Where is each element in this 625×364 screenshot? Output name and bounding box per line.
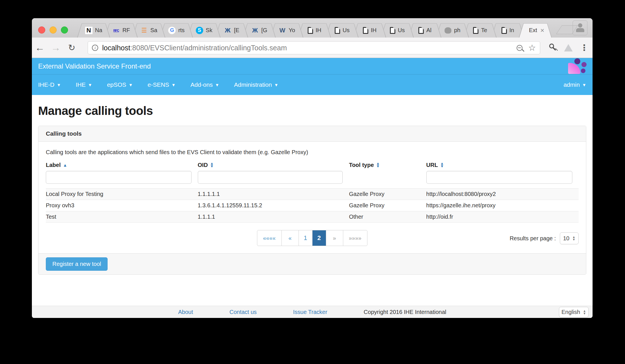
register-new-tool-button[interactable]: Register a new tool (46, 257, 108, 271)
postgresql-icon (445, 27, 451, 34)
nav-menu-item-e-sens[interactable]: e-SENS ▼ (147, 81, 176, 88)
zoom-out-icon[interactable] (517, 45, 523, 51)
tool-oid-link[interactable]: 1.3.6.1.4.1.12559.11.15.2 (198, 202, 262, 209)
tab-title: Al (426, 27, 431, 34)
tab-title: Sa (150, 27, 157, 34)
tool-oid-link[interactable]: 1.1.1.1 (198, 214, 215, 220)
page-info-icon[interactable]: i (92, 45, 98, 51)
table-row: Proxy ovh3 1.3.6.1.4.1.12559.11.15.2 Gaz… (46, 200, 579, 211)
nav-menu-item-ihe[interactable]: IHE ▼ (76, 81, 92, 88)
close-icon[interactable]: × (540, 26, 544, 34)
calling-tools-table: Label ▲ OID ▲▼ Tool type ▲▼ URL (46, 161, 579, 223)
panel-title: Calling tools (38, 126, 586, 142)
tab-title: ph (454, 27, 460, 34)
nav-menu-item-add-ons[interactable]: Add-ons ▼ (190, 81, 219, 88)
tool-label-link[interactable]: Test (46, 214, 56, 220)
browser-tab[interactable]: Ext × (519, 23, 552, 38)
table-row: Local Proxy for Testing 1.1.1.1.1 Gazell… (46, 188, 579, 200)
tab-title: IH (371, 27, 377, 34)
tool-label-link[interactable]: Local Proxy for Testing (46, 191, 103, 197)
document-icon (390, 27, 395, 34)
oid-filter-input[interactable] (198, 171, 343, 184)
document-icon (363, 27, 368, 34)
tab-title: Us (343, 27, 349, 34)
password-extension-icon[interactable] (546, 42, 558, 53)
address-bar[interactable]: i localhost:8080/EVSClient/administratio… (88, 41, 540, 54)
about-link[interactable]: About (178, 309, 193, 315)
document-icon (308, 27, 313, 34)
nav-menu-item-ihe-d[interactable]: IHE-D ▼ (38, 81, 61, 88)
chevron-down-icon: ▼ (274, 82, 278, 87)
profile-button[interactable] (573, 20, 587, 35)
column-header-oid[interactable]: OID ▲▼ (198, 162, 349, 168)
browser-menu-icon[interactable]: ⋮ (580, 44, 589, 52)
tool-url-link[interactable]: http://localhost:8080/proxy2 (426, 191, 496, 197)
panel-description: Calling tools are the applications which… (46, 149, 579, 156)
close-window-button[interactable] (38, 26, 45, 34)
tab-title: [G (261, 27, 267, 34)
zoom-window-button[interactable] (61, 26, 68, 34)
tool-type-value: Gazelle Proxy (349, 202, 426, 209)
tool-label-link[interactable]: Proxy ovh3 (46, 202, 74, 209)
url-filter-input[interactable] (426, 171, 572, 184)
tool-url-link[interactable]: https://gazelle.ihe.net/proxy (426, 202, 496, 209)
main-navbar: IHE-D ▼ IHE ▼ epSOS ▼ e-SENS ▼ Add-ons ▼… (32, 75, 593, 95)
last-page-button[interactable]: »»»» (343, 230, 367, 246)
issue-tracker-link[interactable]: Issue Tracker (293, 309, 327, 315)
browser-tab[interactable]: N Na (77, 23, 110, 38)
column-header-tool-type[interactable]: Tool type ▲▼ (349, 162, 426, 168)
document-icon (335, 27, 340, 34)
stackoverflow-icon: ☰ (140, 27, 148, 34)
tab-title: Te (481, 27, 487, 34)
results-per-page-select[interactable]: 10 ▲▼ (560, 232, 579, 244)
document-icon (418, 27, 424, 34)
first-page-button[interactable]: «««« (257, 230, 282, 246)
window-controls (38, 26, 68, 34)
w-icon: W (279, 27, 286, 34)
page-2-button[interactable]: 2 (312, 230, 326, 246)
language-select[interactable]: English ▲▼ (559, 307, 589, 317)
next-page-button[interactable]: » (326, 230, 343, 246)
user-menu[interactable]: admin ▼ (564, 81, 586, 88)
tool-type-value: Gazelle Proxy (349, 191, 426, 197)
chevron-down-icon: ▼ (171, 82, 176, 87)
tab-title: Ext (529, 27, 537, 34)
chevron-down-icon: ▼ (88, 82, 92, 87)
google-icon: G (168, 27, 176, 34)
previous-page-button[interactable]: « (282, 230, 299, 246)
chevron-down-icon: ▼ (129, 82, 133, 87)
page-1-button[interactable]: 1 (299, 230, 312, 246)
browser-toolbar: ← → ↻ i localhost:8080/EVSClient/adminis… (32, 38, 593, 58)
sort-icon: ▲▼ (210, 162, 214, 168)
drive-extension-icon[interactable] (564, 44, 573, 51)
reload-button[interactable]: ↻ (64, 43, 80, 53)
rfc-html-icon: RFC (112, 27, 120, 34)
tab-title: rts (178, 27, 184, 34)
results-per-page-label: Results per page : (510, 235, 556, 242)
tab-title: RF (122, 27, 130, 34)
nav-menu-item-epsos[interactable]: epSOS ▼ (107, 81, 133, 88)
tool-type-value: Other (349, 214, 426, 220)
table-row: Test 1.1.1.1 Other http://oid.fr (46, 211, 579, 222)
nav-menu-item-administration[interactable]: Administration ▼ (234, 81, 278, 88)
sort-icon: ▲▼ (376, 162, 380, 168)
jira-icon: Ж (251, 27, 259, 34)
netflix-icon: N (85, 27, 92, 34)
column-header-label[interactable]: Label ▲ (46, 162, 198, 168)
tool-oid-link[interactable]: 1.1.1.1.1 (198, 191, 220, 197)
tab-strip: N Na RFC RF ☰ Sa G rts S S (32, 18, 593, 38)
tool-url-link[interactable]: http://oid.fr (426, 214, 453, 220)
forward-button[interactable]: → (48, 42, 64, 53)
label-filter-input[interactable] (46, 171, 192, 184)
document-icon (473, 27, 478, 34)
select-stepper-icon: ▲▼ (572, 236, 575, 241)
bookmark-star-icon[interactable]: ☆ (528, 44, 536, 52)
app-title: External Validation Service Front-end (38, 62, 151, 70)
calling-tools-panel: Calling tools Calling tools are the appl… (38, 126, 586, 275)
tab-title: Sk (206, 27, 212, 34)
back-button[interactable]: ← (32, 42, 48, 53)
minimize-window-button[interactable] (50, 26, 57, 34)
page-footer: About Contact us Issue Tracker Copyright… (32, 306, 593, 318)
column-header-url[interactable]: URL ▲▼ (426, 162, 579, 168)
contact-us-link[interactable]: Contact us (229, 309, 257, 315)
